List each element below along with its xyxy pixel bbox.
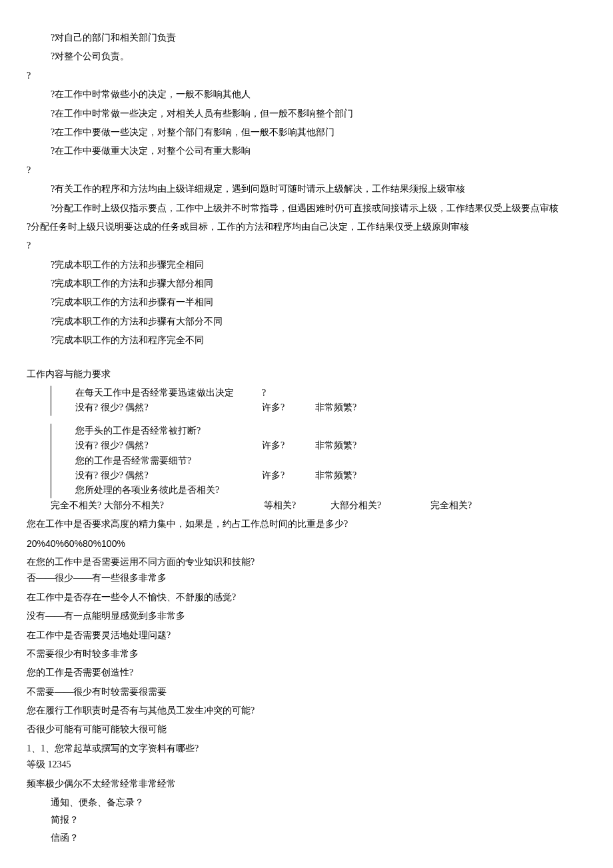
document-type-item: 通知、便条、备忘录？ xyxy=(51,795,586,810)
table-cell: 许多? xyxy=(262,400,315,415)
method-item: ?完成本职工作的方法和程序完全不同 xyxy=(51,333,586,348)
table-cell: 大部分相关? xyxy=(330,498,430,513)
table-cell: 您的工作是否经常需要细节? xyxy=(51,454,262,468)
answer-options: 否很少可能有可能可能较大很可能 xyxy=(27,722,586,737)
decision-item: ?在工作中时常做一些决定，对相关人员有些影响，但一般不影响整个部门 xyxy=(51,107,586,121)
table-cell: 非常频繁? xyxy=(315,468,586,483)
document-type-item: 简报？ xyxy=(51,813,586,827)
table-cell: 等相关? xyxy=(264,498,330,513)
responsibility-item: ?对整个公司负责。 xyxy=(51,49,586,64)
decision-item: ?在工作中时常做些小的决定，一般不影响其他人 xyxy=(51,87,586,102)
table-cell: 完全相关? xyxy=(430,498,497,513)
question-mark: ? xyxy=(27,163,586,178)
table-cell: ? xyxy=(262,386,315,400)
method-item: ?完成本职工作的方法和步骤有一半相同 xyxy=(51,295,586,310)
answer-options: 不需要很少有时较多非常多 xyxy=(27,647,586,661)
supervision-item: ?分配工作时上级仅指示要点，工作中上级并不时常指导，但遇困难时仍可直接或间接请示… xyxy=(27,203,558,213)
frequency-label: 频率极少偶尔不太经常经常非常经常 xyxy=(27,777,586,791)
supervision-item: ?有关工作的程序和方法均由上级详细规定，遇到问题时可随时请示上级解决，工作结果须… xyxy=(51,182,586,197)
answer-options: 不需要——很少有时较需要很需要 xyxy=(27,685,586,699)
table-cell: 没有? 很少? 偶然? xyxy=(51,468,262,483)
answer-options: 等级 12345 xyxy=(27,757,586,772)
document-type-item: 信函？ xyxy=(51,831,586,845)
question-text: 在工作中是否存在一些令人不愉快、不舒服的感觉? xyxy=(27,590,586,605)
table-cell: 非常频繁? xyxy=(315,400,586,415)
table-cell: 许多? xyxy=(262,438,315,453)
answer-options: 否——很少——有一些很多非常多 xyxy=(27,571,586,586)
table-cell xyxy=(315,386,586,400)
table-cell: 非常频繁? xyxy=(315,438,586,453)
question-text: 您在工作中是否要求高度的精力集中，如果是，约占工作总时间的比重是多少? xyxy=(27,517,586,532)
table-cell: 没有? 很少? 偶然? xyxy=(51,400,262,415)
method-item: ?完成本职工作的方法和步骤有大部分不同 xyxy=(51,314,586,329)
table-cell: 在每天工作中是否经常要迅速做出决定 xyxy=(51,386,262,400)
table-cell: 您手头的工作是否经常被打断? xyxy=(51,424,262,438)
question-text: 在工作中是否需要灵活地处理问题? xyxy=(27,628,586,643)
table-cell: 完全不相关? 大部分不相关? xyxy=(51,498,264,513)
question-mark: ? xyxy=(27,238,586,253)
responsibility-item: ?对自己的部门和相关部门负责 xyxy=(51,31,586,45)
question-text: 在您的工作中是否需要运用不同方面的专业知识和技能? xyxy=(27,555,586,570)
table-cell: 许多? xyxy=(262,468,315,483)
answer-options: 没有——有一点能明显感觉到多非常多 xyxy=(27,609,586,624)
decision-item: ?在工作中要做一些决定，对整个部门有影响，但一般不影响其他部门 xyxy=(51,125,586,140)
question-text: 1、1、您常起草或撰写的文字资料有哪些? xyxy=(27,741,586,756)
table-cell: 您所处理的各项业务彼此是否相关? xyxy=(51,483,262,498)
method-item: ?完成本职工作的方法和步骤大部分相同 xyxy=(51,276,586,291)
question-mark: ? xyxy=(27,69,586,83)
section-heading: 工作内容与能力要求 xyxy=(27,367,586,382)
assignment-para: ?分配任务时上级只说明要达成的任务或目标，工作的方法和程序均由自己决定，工作结果… xyxy=(27,220,586,234)
decision-item: ?在工作中要做重大决定，对整个公司有重大影响 xyxy=(51,144,586,159)
table-cell: 没有? 很少? 偶然? xyxy=(51,438,262,453)
method-item: ?完成本职工作的方法和步骤完全相同 xyxy=(51,258,586,272)
answer-options: 20%40%60%80%100% xyxy=(27,536,586,551)
question-text: 您的工作是否需要创造性? xyxy=(27,665,586,680)
question-text: 您在履行工作职责时是否有与其他员工发生冲突的可能? xyxy=(27,703,586,718)
